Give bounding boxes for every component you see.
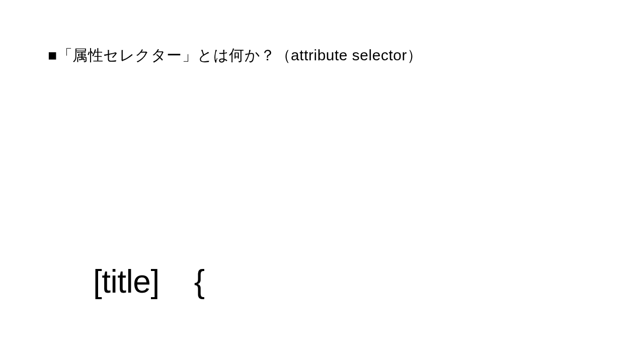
slide-heading: ■「属性セレクター」とは何か？（attribute selector） — [48, 45, 422, 66]
code-line-selector: [title] { — [93, 249, 527, 314]
code-example: [title] { background-color: skyblue; } — [93, 121, 527, 362]
